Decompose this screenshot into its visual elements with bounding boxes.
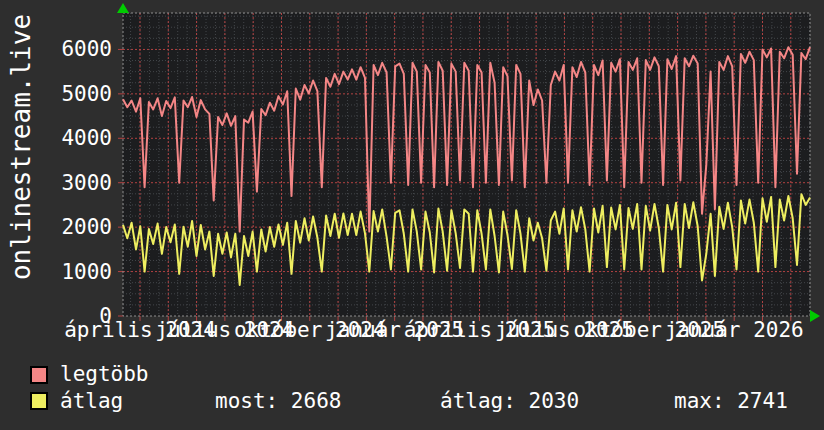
y-tick-label: 3000 — [0, 172, 112, 194]
legend-label-legtobb: legtöbb — [60, 362, 149, 386]
legend-swatch-atlag — [30, 392, 48, 410]
series-line-legtobb — [123, 47, 810, 231]
plot-svg — [118, 13, 815, 322]
y-tick-label: 5000 — [0, 83, 112, 105]
stat-atlag: átlag: 2030 — [440, 389, 579, 413]
stat-max: max: 2741 — [674, 389, 788, 413]
y-tick-label: 2000 — [0, 216, 112, 238]
x-tick-label: január 2026 — [665, 319, 804, 341]
legend-label-atlag: átlag — [60, 389, 123, 413]
y-tick-label: 6000 — [0, 38, 112, 60]
y-axis-arrow-icon — [117, 3, 129, 13]
stat-most: most: 2668 — [215, 389, 341, 413]
y-tick-label: 1000 — [0, 261, 112, 283]
series-line-atlag — [123, 194, 810, 285]
y-tick-label: 4000 — [0, 127, 112, 149]
legend-swatch-legtobb — [30, 366, 48, 384]
rrd-graph: onlinestream.live 0100020003000400050006… — [0, 0, 824, 430]
x-axis-arrow-icon — [810, 310, 820, 322]
